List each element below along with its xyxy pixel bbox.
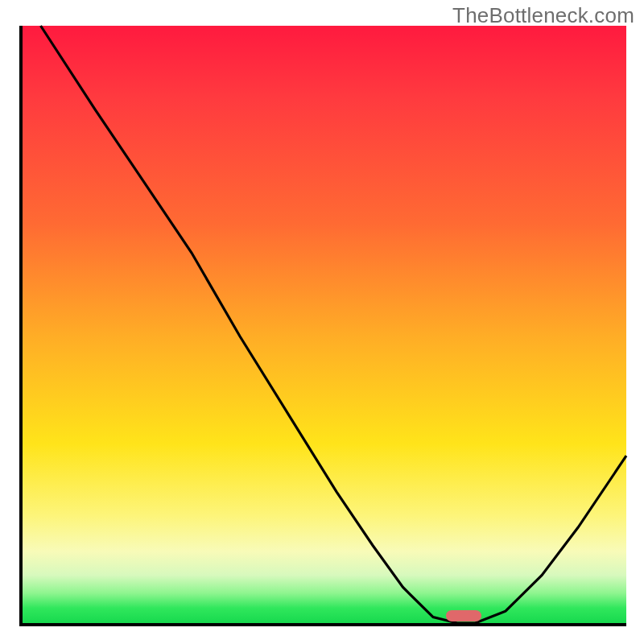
optimal-marker	[446, 610, 481, 621]
plot-area	[19, 26, 626, 626]
curve-svg	[23, 26, 626, 623]
watermark-text: TheBottleneck.com	[452, 3, 634, 28]
bottleneck-curve-path	[41, 26, 627, 623]
chart-root: TheBottleneck.com	[0, 0, 644, 644]
